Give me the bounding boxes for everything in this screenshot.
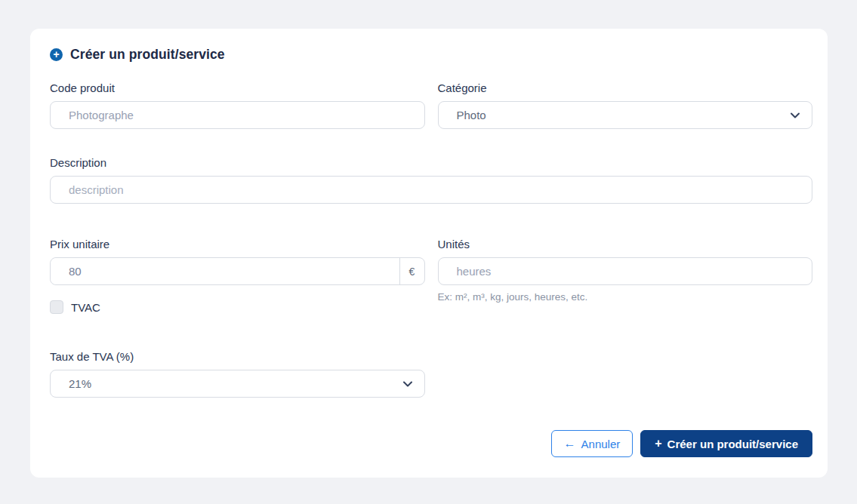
create-product-card: + Créer un produit/service Code produit … (30, 29, 828, 478)
prix-unitaire-input[interactable] (51, 258, 399, 284)
cancel-button-label: Annuler (581, 438, 621, 450)
field-description: Description (50, 156, 812, 204)
euro-suffix: € (399, 258, 424, 284)
row-taux-tva: Taux de TVA (%) 21% (50, 350, 812, 398)
row-code-categorie: Code produit Catégorie Photo (50, 81, 812, 129)
page-title: Créer un produit/service (70, 47, 225, 63)
field-prix-unitaire: Prix unitaire € TVAC (50, 238, 425, 314)
prix-unitaire-group: € (50, 257, 425, 285)
field-categorie: Catégorie Photo (438, 81, 813, 129)
unites-label: Unités (438, 238, 813, 250)
categorie-label: Catégorie (438, 81, 813, 94)
description-input[interactable] (50, 176, 812, 204)
field-taux-tva: Taux de TVA (%) 21% (50, 350, 425, 398)
row-prix-unites: Prix unitaire € TVAC Unités Ex: m², m³, … (50, 238, 812, 314)
unites-input[interactable] (438, 257, 813, 285)
form-footer: ← Annuler + Créer un produit/service (50, 430, 812, 457)
code-produit-label: Code produit (50, 81, 425, 94)
plus-circle-icon: + (50, 48, 63, 61)
arrow-left-icon: ← (564, 438, 576, 450)
description-label: Description (50, 156, 812, 169)
plus-icon: + (655, 438, 661, 450)
categorie-selected-value: Photo (457, 109, 486, 121)
unites-helper-text: Ex: m², m³, kg, jours, heures, etc. (438, 291, 813, 303)
submit-button[interactable]: + Créer un produit/service (640, 430, 812, 457)
code-produit-input[interactable] (50, 101, 425, 129)
tvac-label: TVAC (71, 301, 100, 314)
prix-unitaire-label: Prix unitaire (50, 238, 425, 250)
tvac-checkbox[interactable] (50, 300, 63, 314)
submit-button-label: Créer un produit/service (667, 438, 798, 450)
cancel-button[interactable]: ← Annuler (551, 430, 634, 457)
taux-tva-select[interactable]: 21% (50, 370, 425, 398)
card-header: + Créer un produit/service (50, 47, 812, 63)
chevron-down-icon (402, 378, 414, 390)
categorie-select[interactable]: Photo (438, 101, 813, 129)
field-code-produit: Code produit (50, 81, 425, 129)
field-unites: Unités Ex: m², m³, kg, jours, heures, et… (438, 238, 813, 314)
tvac-checkbox-row[interactable]: TVAC (50, 300, 425, 314)
chevron-down-icon (789, 109, 801, 121)
taux-tva-selected-value: 21% (69, 377, 91, 390)
taux-tva-label: Taux de TVA (%) (50, 350, 425, 363)
